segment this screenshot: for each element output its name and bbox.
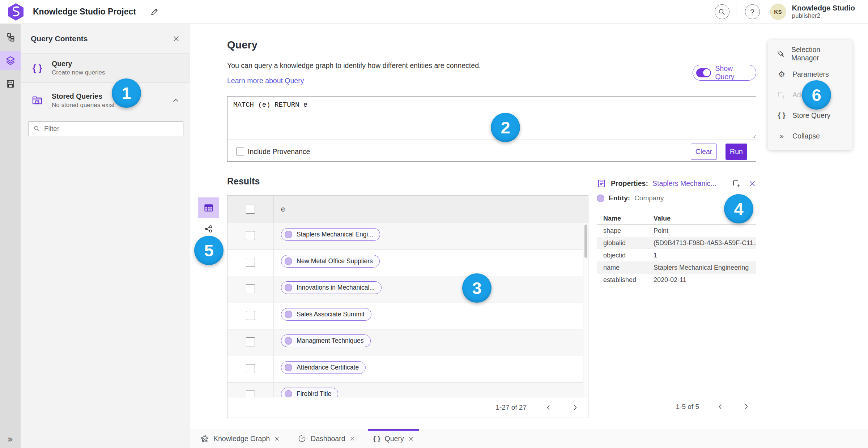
expand-panel-button[interactable]: » xyxy=(0,434,21,444)
properties-entity-name[interactable]: Staplers Mechanic... xyxy=(652,179,716,188)
chevron-right-icon[interactable] xyxy=(741,402,751,412)
table-row[interactable]: Sales Associate Summit xyxy=(227,303,588,330)
entity-pill[interactable]: Managment Techniques xyxy=(281,334,371,347)
menu-item-store-query[interactable]: { } Store Query xyxy=(768,106,852,125)
contents-item-query[interactable]: { } Query Create new queries xyxy=(21,54,190,83)
entity-pill[interactable]: Attendance Certificate xyxy=(281,361,366,374)
entity-pill[interactable]: Firebird Title xyxy=(281,388,338,398)
results-table-body: Staplers Mechanical Engi... New Metal Of… xyxy=(227,223,588,398)
property-row[interactable]: objectid 1 xyxy=(597,249,756,261)
chevron-left-icon[interactable] xyxy=(715,402,725,412)
save-icon xyxy=(5,79,16,89)
entity-label: Sales Associate Summit xyxy=(297,311,365,318)
scrollbar-thumb[interactable] xyxy=(584,225,587,258)
tab-query[interactable]: { } Query xyxy=(370,429,417,448)
select-all-checkbox[interactable] xyxy=(246,205,255,214)
run-button[interactable]: Run xyxy=(726,144,747,160)
property-value: 2020-02-11 xyxy=(654,276,756,284)
toggle-label: Show Query xyxy=(715,64,750,81)
table-row[interactable]: Managment Techniques xyxy=(227,329,588,356)
item-text: Query Create new queries xyxy=(52,60,105,76)
row-entity-cell: Firebird Title xyxy=(274,383,338,398)
chevron-left-icon[interactable] xyxy=(543,402,553,413)
close-icon[interactable] xyxy=(350,436,355,441)
column-header-e: e xyxy=(274,205,285,213)
close-icon[interactable] xyxy=(408,436,414,441)
table-row[interactable]: Firebird Title xyxy=(227,383,588,398)
entity-label: New Metal Office Suppliers xyxy=(297,257,373,265)
table-view-button[interactable] xyxy=(198,197,219,218)
user-block[interactable]: Knowledge Studio publisher2 xyxy=(792,4,855,20)
entity-pill[interactable]: Sales Associate Summit xyxy=(281,308,371,321)
entity-label: Firebird Title xyxy=(297,390,331,398)
query-contents-panel: Query Contents { } Query Create new quer… xyxy=(21,24,190,448)
row-checkbox[interactable] xyxy=(246,311,255,320)
table-row[interactable]: Innovations in Mechanical... xyxy=(227,276,588,303)
property-row[interactable]: established 2020-02-11 xyxy=(597,274,756,286)
search-button[interactable] xyxy=(715,4,729,19)
help-button[interactable]: ? xyxy=(745,4,760,19)
item-subtitle: Create new queries xyxy=(52,69,105,76)
row-checkbox[interactable] xyxy=(246,364,255,373)
learn-more-link[interactable]: Learn more about Query xyxy=(227,77,304,85)
entity-type: Company xyxy=(634,194,664,202)
topbar-right: ? KS Knowledge Studio publisher2 xyxy=(715,4,868,20)
close-icon[interactable] xyxy=(748,180,756,188)
contents-button[interactable] xyxy=(0,51,21,70)
entity-icon xyxy=(285,337,292,345)
table-row[interactable]: New Metal Office Suppliers xyxy=(227,250,588,277)
data-model-button[interactable] xyxy=(0,28,21,47)
question-icon: ? xyxy=(750,8,754,16)
add-to-selection-icon[interactable] xyxy=(732,179,741,188)
include-provenance-checkbox[interactable] xyxy=(236,148,244,155)
chevron-up-icon[interactable] xyxy=(172,97,180,104)
properties-table: Name Value shape Point globalid {5D9B471… xyxy=(597,213,756,286)
chevron-right-icon[interactable] xyxy=(570,402,580,413)
row-checkbox[interactable] xyxy=(246,231,255,240)
square-plus-icon xyxy=(776,90,787,99)
entity-pill[interactable]: New Metal Office Suppliers xyxy=(281,255,380,268)
close-icon[interactable] xyxy=(173,35,180,42)
vertical-scrollbar[interactable] xyxy=(583,223,588,397)
hierarchy-icon xyxy=(5,32,16,43)
table-row[interactable]: Staplers Mechanical Engi... xyxy=(227,223,588,250)
row-checkbox[interactable] xyxy=(246,337,255,346)
edit-title-icon[interactable] xyxy=(150,7,159,17)
menu-item-label: Collapse xyxy=(792,132,820,140)
property-value: {5D9B4713-F98D-4A53-A59F-C11... xyxy=(654,239,756,247)
entity-pill[interactable]: Innovations in Mechanical... xyxy=(281,281,382,294)
annotation-circle-2: 2 xyxy=(491,113,520,142)
menu-item-selection-manager[interactable]: Selection Manager xyxy=(768,44,852,63)
braces-icon: { } xyxy=(373,435,380,443)
tab-dashboard[interactable]: Dashboard xyxy=(295,429,358,448)
property-row[interactable]: shape Point xyxy=(597,225,756,237)
avatar[interactable]: KS xyxy=(770,4,786,20)
entity-label: Entity: xyxy=(609,194,630,202)
property-name: shape xyxy=(597,227,654,235)
menu-item-parameters[interactable]: ⚙ Parameters xyxy=(768,65,852,84)
table-row[interactable]: Attendance Certificate xyxy=(227,356,588,383)
entity-icon xyxy=(285,364,292,371)
row-checkbox[interactable] xyxy=(246,258,255,267)
contents-title: Query Contents xyxy=(31,34,173,43)
entity-pill[interactable]: Staplers Mechanical Engi... xyxy=(281,228,380,241)
close-icon[interactable] xyxy=(274,436,280,441)
menu-item-collapse[interactable]: » Collapse xyxy=(768,127,852,146)
tab-label: Knowledge Graph xyxy=(213,435,270,443)
share-nodes-icon xyxy=(204,224,213,234)
contents-item-stored-queries[interactable]: Stored Queries No stored queries exist xyxy=(21,86,190,115)
property-row[interactable]: name Staplers Mechanical Engineering xyxy=(597,261,756,274)
row-checkbox[interactable] xyxy=(246,391,255,398)
clear-button[interactable]: Clear xyxy=(691,144,717,160)
tab-knowledge-graph[interactable]: Knowledge Graph xyxy=(197,429,282,448)
row-checkbox[interactable] xyxy=(246,284,255,293)
app-logo-icon xyxy=(8,3,24,21)
show-query-toggle[interactable]: Show Query xyxy=(693,65,756,81)
filter-input[interactable] xyxy=(44,125,179,133)
menu-item-label: Store Query xyxy=(792,111,830,120)
save-button[interactable] xyxy=(0,74,21,93)
column-header-name: Name xyxy=(597,215,654,222)
toggle-switch-icon[interactable] xyxy=(696,68,711,77)
property-row[interactable]: globalid {5D9B4713-F98D-4A53-A59F-C11... xyxy=(597,237,756,249)
project-title: Knowledge Studio Project xyxy=(33,7,136,17)
